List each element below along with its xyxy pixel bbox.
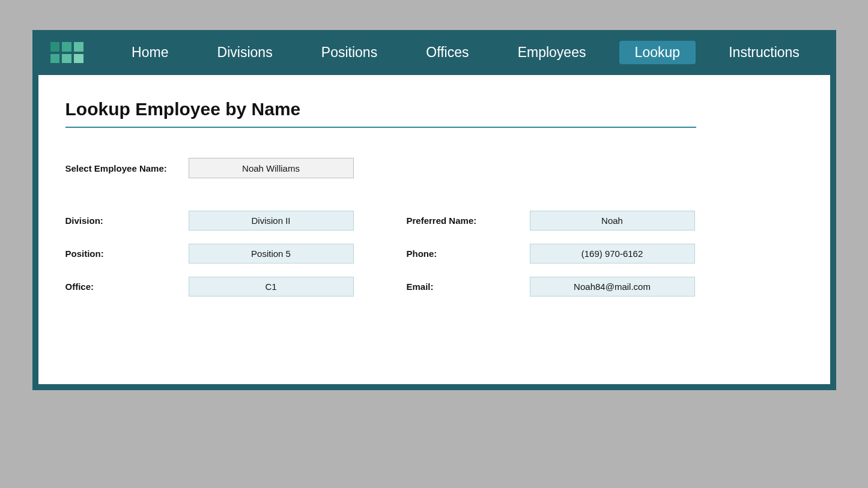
label-select-employee: Select Employee Name: (65, 163, 189, 173)
logo-icon (50, 42, 83, 63)
label-phone: Phone: (407, 249, 530, 259)
value-email: Noah84@mail.com (530, 277, 695, 297)
page-title: Lookup Employee by Name (65, 99, 696, 128)
row-division-preferred: Division: Division II Preferred Name: No… (65, 211, 803, 230)
label-email: Email: (407, 282, 530, 292)
nav-divisions[interactable]: Divisions (202, 41, 288, 64)
nav-home[interactable]: Home (116, 41, 184, 64)
value-position: Position 5 (189, 244, 354, 264)
row-office-email: Office: C1 Email: Noah84@mail.com (65, 277, 803, 297)
employee-select[interactable]: Noah Williams (189, 158, 354, 178)
value-phone: (169) 970-6162 (530, 244, 695, 264)
label-office: Office: (65, 282, 189, 292)
nav-lookup[interactable]: Lookup (619, 41, 696, 64)
row-position-phone: Position: Position 5 Phone: (169) 970-61… (65, 244, 803, 264)
nav-positions[interactable]: Positions (306, 41, 393, 64)
content-area: Lookup Employee by Name Select Employee … (38, 75, 830, 384)
nav-items: Home Divisions Positions Offices Employe… (108, 41, 824, 64)
label-position: Position: (65, 249, 189, 259)
label-division: Division: (65, 215, 189, 226)
value-preferred-name: Noah (530, 211, 695, 230)
top-nav: Home Divisions Positions Offices Employe… (32, 30, 836, 75)
row-select-employee: Select Employee Name: Noah Williams (65, 158, 803, 178)
value-office: C1 (189, 277, 354, 297)
value-division: Division II (189, 211, 354, 230)
nav-offices[interactable]: Offices (410, 41, 484, 64)
nav-employees[interactable]: Employees (502, 41, 602, 64)
app-frame: Home Divisions Positions Offices Employe… (32, 30, 836, 390)
label-preferred-name: Preferred Name: (407, 215, 530, 226)
nav-instructions[interactable]: Instructions (713, 41, 815, 64)
